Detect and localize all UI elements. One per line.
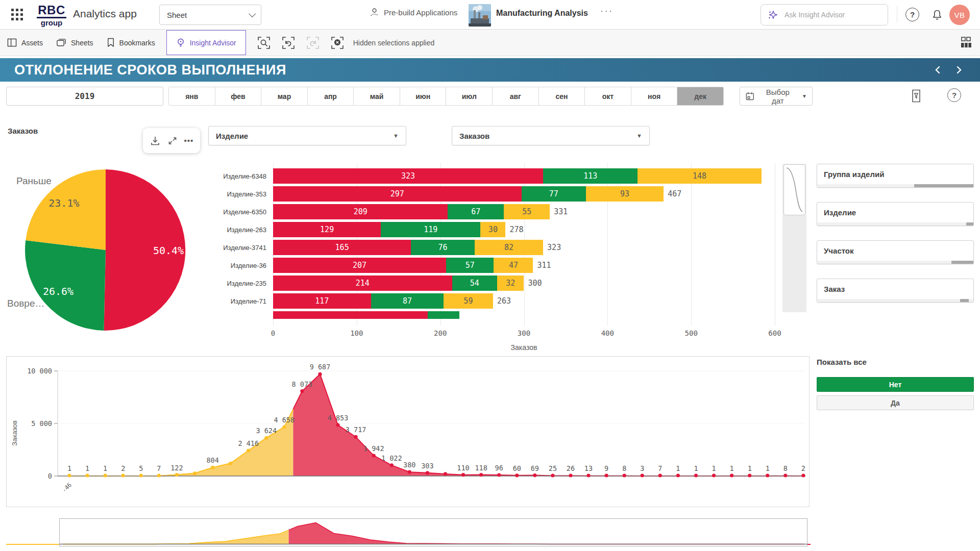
minimap-thumb[interactable]	[783, 164, 805, 215]
area-data-point	[801, 473, 805, 477]
filter-box-scrollbar[interactable]	[817, 261, 973, 264]
sheet-help-icon[interactable]: ?	[947, 88, 961, 102]
month-button-июн[interactable]: июн	[400, 87, 447, 106]
area-data-point	[676, 473, 680, 477]
bar-segment-green[interactable]: 67	[448, 204, 504, 219]
bar-segment-red[interactable]: 323	[273, 168, 543, 184]
scrollbar-thumb[interactable]	[960, 299, 969, 302]
selections-tool-icon[interactable]	[910, 89, 923, 103]
bar-segment-red[interactable]: 207	[273, 258, 446, 273]
previous-sheet-icon[interactable]	[934, 65, 944, 75]
distribution-overview-chart[interactable]	[60, 519, 807, 546]
bar-segment-red[interactable]: 297	[273, 186, 522, 202]
chart-more-options-icon[interactable]: •••	[184, 136, 193, 145]
bar-segment-yellow[interactable]: 148	[638, 168, 762, 184]
insight-advisor-search[interactable]	[761, 4, 888, 26]
bar-segment-yellow[interactable]: 32	[497, 276, 524, 291]
bar-segment-green[interactable]: 113	[543, 168, 638, 184]
app-launcher-icon[interactable]	[11, 9, 23, 20]
user-avatar[interactable]: VB	[949, 5, 970, 25]
download-icon[interactable]	[150, 135, 161, 146]
filter-box-scrollbar[interactable]	[817, 222, 973, 226]
filter-box-scrollbar[interactable]	[817, 184, 973, 187]
orders-pie-chart[interactable]: 50.4%26.6%23.1%	[19, 163, 192, 337]
bar-segment-red[interactable]: 117	[273, 293, 371, 309]
bar-category-label: Изделие-353	[214, 190, 273, 198]
notifications-bell-icon[interactable]	[931, 8, 945, 21]
scrollbar-thumb[interactable]	[966, 222, 973, 226]
dimension-dropdown[interactable]: Изделие ▼	[208, 126, 406, 145]
month-button-янв[interactable]: янв	[168, 87, 215, 106]
bar-chart-scroll-minimap[interactable]	[782, 164, 806, 312]
area-data-point	[426, 471, 429, 474]
bar-segment-green[interactable]: 119	[381, 222, 480, 237]
filter-box-2[interactable]: Изделие	[817, 202, 974, 226]
bookmarks-button[interactable]: Bookmarks	[107, 30, 155, 56]
month-button-мар[interactable]: мар	[261, 87, 308, 106]
measure-dropdown[interactable]: Заказов ▼	[452, 126, 650, 145]
undo-selection-icon[interactable]	[282, 36, 295, 49]
date-picker-button[interactable]: Выбор дат ▼	[740, 87, 813, 106]
month-button-ноя[interactable]: ноя	[631, 87, 678, 106]
bar-segment-yellow[interactable]: 30	[480, 222, 505, 237]
month-button-фев[interactable]: фев	[215, 87, 262, 106]
area-value-label: 804	[206, 456, 218, 464]
bar-segment-green[interactable]: 87	[371, 293, 444, 309]
bar-segment-red[interactable]: 129	[273, 222, 381, 237]
smart-search-selections-icon[interactable]	[257, 36, 271, 49]
month-button-авг[interactable]: авг	[493, 87, 539, 106]
assets-button[interactable]: Assets	[7, 30, 43, 56]
area-data-point	[247, 449, 250, 453]
bar-segment-yellow[interactable]: 59	[444, 293, 493, 309]
month-button-июл[interactable]: июл	[446, 87, 493, 106]
deviation-distribution-area-chart[interactable]: 05 00010 000Заказов1112571228042 4163 62…	[7, 357, 809, 507]
year-filter[interactable]: 2019	[6, 87, 163, 106]
clear-selections-icon[interactable]	[331, 36, 344, 49]
bar-segment-red[interactable]: 209	[273, 204, 448, 219]
bar-segment-green[interactable]: 77	[522, 186, 586, 202]
bar-segment-yellow[interactable]: 55	[504, 204, 550, 219]
insight-advisor-button[interactable]: Insight Advisor	[166, 30, 246, 55]
fullscreen-expand-icon[interactable]	[167, 136, 178, 146]
bar-track: 1178759263	[273, 293, 511, 309]
bar-segment-green[interactable]: 76	[411, 240, 475, 255]
filter-box-4[interactable]: Заказ	[817, 279, 974, 303]
bar-segment-red[interactable]	[273, 311, 428, 319]
filter-box-1[interactable]: Группа изделий	[817, 164, 974, 188]
orders-by-product-bar-chart[interactable]: Изделие-6348323113148Изделие-35329777934…	[214, 161, 781, 355]
bar-segment-green[interactable]: 54	[452, 276, 498, 291]
search-input[interactable]	[783, 10, 872, 19]
help-icon[interactable]: ?	[905, 8, 919, 21]
bar-axis-tick: 200	[425, 329, 456, 337]
more-options-icon[interactable]: ···	[600, 6, 614, 16]
sheet-selector[interactable]: Sheet	[159, 5, 261, 25]
show-all-option-Да[interactable]: Да	[817, 395, 974, 410]
bar-row: Изделие-6348323113148	[214, 168, 781, 184]
month-button-окт[interactable]: окт	[585, 87, 631, 106]
next-sheet-icon[interactable]	[955, 65, 966, 75]
bar-segment-yellow[interactable]: 93	[586, 186, 664, 202]
month-button-сен[interactable]: сен	[539, 87, 585, 106]
area-value-label: 2	[121, 464, 125, 472]
prebuild-applications-link[interactable]: Pre-build Applications	[370, 8, 457, 17]
bar-segment-red[interactable]: 165	[273, 240, 411, 255]
logo-line2: group	[37, 19, 66, 27]
bar-segment-yellow[interactable]: 47	[494, 258, 533, 273]
distribution-overview-panel[interactable]	[59, 518, 807, 546]
scrollbar-thumb[interactable]	[951, 261, 973, 264]
month-button-май[interactable]: май	[354, 87, 400, 106]
bar-segment-green[interactable]	[428, 311, 459, 319]
area-data-point	[658, 473, 662, 477]
scrollbar-thumb[interactable]	[914, 184, 973, 187]
month-button-дек[interactable]: дек	[677, 87, 724, 106]
bar-segment-green[interactable]: 57	[446, 258, 494, 273]
filter-box-3[interactable]: Участок	[817, 240, 974, 264]
show-all-option-Нет[interactable]: Нет	[817, 377, 974, 392]
filter-box-scrollbar[interactable]	[817, 299, 973, 302]
month-button-апр[interactable]: апр	[308, 87, 354, 106]
bar-segment-yellow[interactable]: 82	[475, 240, 543, 255]
bar-segment-red[interactable]: 214	[273, 276, 452, 291]
app-thumbnail[interactable]	[469, 4, 491, 27]
sheets-button[interactable]: Sheets	[56, 30, 93, 56]
sheet-layout-icon[interactable]	[960, 36, 973, 49]
